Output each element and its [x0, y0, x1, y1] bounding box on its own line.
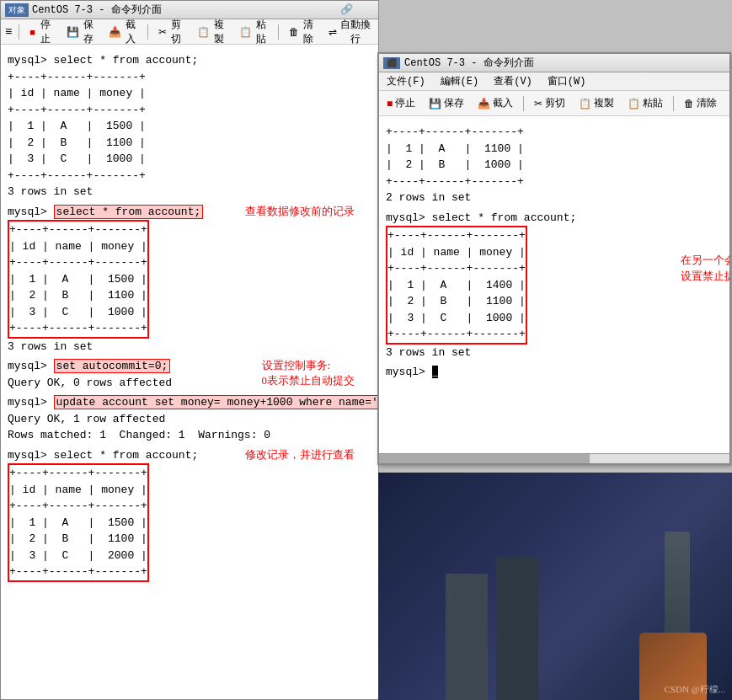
save-label: 保存 [82, 18, 95, 46]
section5-table: +----+------+-------+ | id | name | mone… [9, 465, 147, 580]
right-toolbar: ■ 停止 💾 保存 📥 截入 ✂ 剪切 📋 複製 📋 粘貼 🗑 清除 [379, 91, 729, 116]
right-cut-button[interactable]: ✂ 剪切 [531, 94, 569, 112]
autowrap-icon: ⇌ [329, 26, 337, 38]
right-paste-button[interactable]: 📋 粘貼 [624, 94, 666, 112]
photo-area: CSDN @柠檬... [378, 473, 732, 700]
autowrap-button[interactable]: ⇌ 自動換行 [325, 16, 374, 48]
section1: mysql> select * from account; +----+----… [8, 52, 371, 200]
save-button[interactable]: 💾 保存 [63, 16, 99, 48]
annotation5-block: 在另一个会话中可以发现 设置禁止提交成功 [681, 252, 729, 285]
section2: mysql> select * from account; +----+----… [8, 204, 371, 355]
load-icon: 📥 [109, 26, 121, 38]
paste-icon: 📋 [239, 26, 252, 38]
photo-overlay [378, 473, 732, 700]
right-menubar: 文件(F) 編輯(E) 查看(V) 窗口(W) [379, 72, 729, 91]
right-table2: +----+------+-------+ | id | name | mone… [387, 227, 526, 343]
clear-label: 清除 [302, 18, 316, 46]
main-title: CentOS 7-3 - 命令列介面 [32, 3, 162, 17]
right-divider1 [523, 96, 524, 111]
cut-label: 剪切 [169, 18, 184, 46]
right-paste-icon: 📋 [628, 98, 640, 110]
right-load-icon: 📥 [478, 98, 490, 110]
copy-button[interactable]: 📋 複製 [194, 16, 229, 48]
annotation5: 在另一个会话中可以发现 [681, 254, 729, 266]
cut-icon: ✂ [158, 26, 167, 38]
main-content: mysql> select * from account; +----+----… [1, 45, 378, 699]
right-table1: +----+------+-------+ | 1 | A | 1100 | |… [386, 124, 723, 190]
section1-footer: 3 rows in set [8, 184, 371, 200]
right-footer2: 3 rows in set [386, 345, 723, 361]
section4-result1: Query OK, 1 row affected [8, 411, 371, 428]
section5-table-box: +----+------+-------+ | id | name | mone… [8, 463, 149, 582]
menu-file[interactable]: 文件(F) [383, 73, 429, 89]
right-prompt-end: mysql> _ [386, 364, 723, 381]
right-copy-icon: 📋 [579, 98, 591, 110]
right-cut-label: 剪切 [545, 96, 565, 110]
right-scrollbar[interactable] [379, 453, 729, 463]
right-divider2 [673, 96, 674, 111]
right-stop-button[interactable]: ■ 停止 [383, 94, 419, 112]
right-titlebar: ⬛ CentOS 7-3 - 命令列介面 [379, 54, 729, 72]
section4: mysql> update account set money= money+1… [8, 394, 371, 444]
right-content: +----+------+-------+ | 1 | A | 1100 | |… [379, 116, 729, 463]
right-load-button[interactable]: 📥 截入 [474, 94, 516, 112]
right-copy-button[interactable]: 📋 複製 [575, 94, 617, 112]
cut-button[interactable]: ✂ 剪切 [155, 16, 187, 48]
right-paste-label: 粘貼 [643, 96, 663, 110]
right-terminal-icon: ⬛ [383, 57, 400, 69]
section1-prompt: mysql> select * from account; [8, 52, 371, 69]
divider1 [19, 24, 19, 40]
section2-table: +----+------+-------+ | id | name | mone… [9, 222, 147, 337]
section4-prompt: mysql> update account set money= money+1… [8, 394, 371, 411]
paste-label: 粘貼 [254, 18, 268, 46]
annotation6: 设置禁止提交成功 [681, 270, 729, 282]
right-save-label: 保存 [444, 96, 464, 110]
right-copy-label: 複製 [594, 96, 614, 110]
main-toolbar: ≡ ■ 停止 💾 保存 📥 截入 ✂ 剪切 📋 複製 📋 粘貼 🗑 [1, 19, 378, 45]
load-label: 截入 [124, 18, 137, 46]
right-clear-icon: 🗑 [684, 98, 694, 110]
right-clear-label: 清除 [697, 96, 717, 110]
menu-window[interactable]: 窗口(W) [544, 73, 590, 89]
copy-icon: 📋 [197, 26, 210, 38]
stop-button[interactable]: ■ 停止 [26, 16, 56, 48]
main-terminal: 对象 CentOS 7-3 - 命令列介面 🔗 ≡ ■ 停止 💾 保存 📥 截入… [0, 0, 379, 700]
right-scrollbar-thumb[interactable] [379, 454, 590, 463]
right-section3: mysql> _ [386, 364, 723, 381]
对象-label: 对象 [5, 3, 29, 17]
stop-label: 停止 [38, 18, 53, 46]
section3: mysql> set autocommit=0; Query OK, 0 row… [8, 358, 371, 391]
divider3 [278, 24, 279, 40]
stop-icon: ■ [29, 27, 35, 37]
hamburger-icon[interactable]: ≡ [5, 25, 12, 39]
right-clear-button[interactable]: 🗑 清除 [681, 94, 720, 112]
connection-icon: 🔗 [340, 3, 353, 16]
watermark: CSDN @柠檬... [665, 683, 725, 696]
section4-result2: Rows matched: 1 Changed: 1 Warnings: 0 [8, 427, 371, 444]
annotation1: 查看数据修改前的记录 [245, 204, 378, 219]
menu-edit[interactable]: 編輯(E) [437, 73, 483, 89]
right-section1: +----+------+-------+ | 1 | A | 1100 | |… [386, 124, 723, 206]
right-footer1: 2 rows in set [386, 190, 723, 206]
autowrap-label: 自動換行 [339, 18, 371, 46]
annotation2-block: 设置控制事务: 0表示禁止自动提交 [262, 358, 355, 388]
right-stop-icon: ■ [387, 98, 393, 110]
right-load-label: 截入 [493, 96, 513, 110]
clear-button[interactable]: 🗑 清除 [286, 16, 319, 48]
right-prompt2: mysql> select * from account; [386, 210, 723, 227]
section2-footer: 3 rows in set [8, 339, 371, 355]
clear-icon: 🗑 [289, 26, 299, 38]
annotation4: 修改记录，并进行查看 [245, 447, 355, 462]
right-cut-icon: ✂ [534, 98, 542, 110]
right-section2: mysql> select * from account; +----+----… [386, 210, 723, 361]
annotation3: 0表示禁止自动提交 [262, 373, 355, 388]
menu-view[interactable]: 查看(V) [490, 73, 536, 89]
divider2 [147, 24, 148, 40]
right-save-button[interactable]: 💾 保存 [425, 94, 468, 112]
main-titlebar: 对象 CentOS 7-3 - 命令列介面 🔗 [1, 1, 378, 19]
save-icon: 💾 [67, 26, 79, 38]
right-terminal: ⬛ CentOS 7-3 - 命令列介面 文件(F) 編輯(E) 查看(V) 窗… [377, 52, 731, 465]
paste-button[interactable]: 📋 粘貼 [236, 16, 271, 48]
load-button[interactable]: 📥 截入 [105, 16, 141, 48]
copy-label: 複製 [212, 18, 226, 46]
